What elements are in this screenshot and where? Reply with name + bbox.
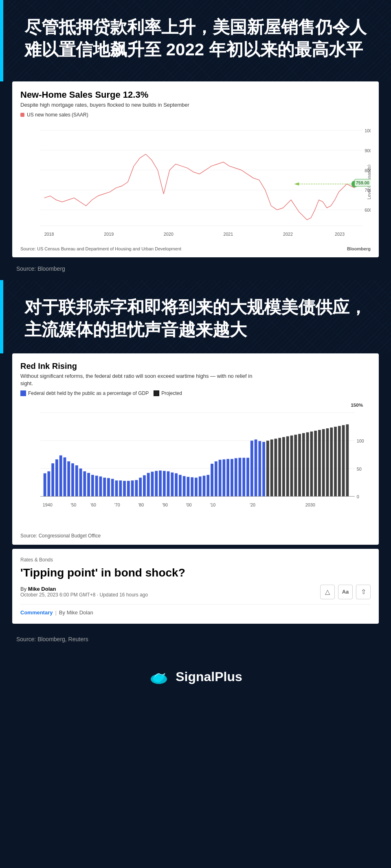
svg-rect-68 [191, 478, 193, 497]
article-tag-commentary: Commentary [20, 609, 53, 616]
svg-text:50: 50 [357, 467, 362, 471]
svg-rect-39 [75, 465, 78, 496]
svg-rect-59 [155, 471, 158, 497]
svg-rect-33 [51, 463, 54, 496]
svg-text:2019: 2019 [104, 232, 114, 237]
line-chart-svg: 1000 900 800 700 600 Level (thousands) 2… [20, 121, 371, 243]
svg-rect-31 [44, 473, 46, 497]
svg-rect-60 [159, 471, 162, 497]
svg-rect-66 [183, 476, 186, 497]
svg-rect-93 [290, 436, 293, 497]
svg-text:'10: '10 [210, 502, 215, 507]
article-author: By Mike Dolan [20, 586, 148, 592]
chart2-title: Red Ink Rising [20, 362, 371, 371]
svg-rect-45 [99, 477, 102, 497]
svg-rect-104 [334, 427, 337, 497]
chart2-subtitle: Without significant reforms, the federal… [20, 373, 265, 387]
svg-rect-102 [326, 428, 329, 496]
svg-rect-74 [215, 462, 217, 497]
svg-text:0: 0 [357, 494, 359, 499]
svg-rect-38 [71, 463, 74, 496]
svg-rect-54 [135, 480, 138, 496]
svg-text:2021: 2021 [223, 232, 233, 237]
svg-text:'70: '70 [114, 502, 120, 507]
article-category: Rates & Bonds [20, 557, 371, 563]
svg-rect-92 [286, 436, 289, 497]
svg-rect-75 [219, 460, 222, 497]
svg-rect-91 [282, 437, 285, 497]
svg-rect-44 [95, 476, 98, 497]
svg-rect-87 [266, 441, 269, 497]
svg-rect-105 [338, 426, 341, 497]
svg-rect-77 [226, 459, 229, 497]
svg-rect-63 [171, 473, 174, 497]
svg-text:'00: '00 [186, 502, 192, 507]
svg-rect-99 [314, 431, 317, 496]
svg-rect-85 [258, 441, 261, 497]
svg-text:'60: '60 [90, 502, 96, 507]
section2-source: Source: Bloomberg, Reuters [0, 632, 391, 651]
svg-rect-79 [235, 458, 237, 497]
new-home-sales-chart: New-Home Sales Surge 12.3% Despite high … [12, 81, 379, 257]
article-date: October 25, 2023 6:00 PM GMT+8 · Updated… [20, 592, 148, 598]
svg-rect-50 [119, 480, 122, 496]
svg-rect-32 [47, 471, 50, 497]
svg-text:'80: '80 [138, 502, 144, 507]
article-tag-author: By Mike Dolan [59, 609, 93, 616]
svg-text:2023: 2023 [335, 232, 345, 237]
svg-rect-95 [298, 434, 301, 496]
chart2-source: Source: Congressional Budget Office [20, 533, 371, 539]
svg-rect-94 [294, 435, 297, 496]
chart1-title: New-Home Sales Surge 12.3% [20, 90, 371, 100]
svg-rect-78 [231, 459, 233, 497]
section2-title: 对于联邦赤字和即将到来的大规模美债供应，主流媒体的担忧声音越来越大 [16, 296, 375, 341]
chart2-legend2: Projected [161, 390, 182, 396]
chart2-legend1: Federal debt held by the public as a per… [28, 390, 149, 396]
signalplus-logo-icon [149, 667, 169, 687]
svg-rect-86 [262, 442, 265, 497]
svg-rect-76 [222, 460, 225, 497]
signalplus-logo-text: SignalPlus [176, 669, 242, 684]
svg-rect-34 [55, 460, 58, 497]
svg-text:1940: 1940 [43, 502, 53, 507]
bookmark-button[interactable]: △ [320, 585, 335, 599]
article-title: 'Tipping point' in bond shock? [20, 566, 371, 580]
svg-rect-46 [103, 478, 106, 497]
svg-text:'90: '90 [162, 502, 168, 507]
svg-text:100: 100 [357, 439, 364, 444]
svg-rect-57 [147, 473, 150, 497]
svg-rect-73 [211, 464, 213, 496]
svg-rect-80 [239, 458, 242, 497]
chart1-source-inner: Source: US Census Bureau and Department … [20, 246, 181, 251]
svg-rect-56 [143, 476, 146, 497]
svg-rect-49 [115, 480, 118, 496]
share-button[interactable]: ⇧ [356, 585, 371, 599]
svg-rect-103 [330, 427, 333, 496]
svg-rect-65 [179, 475, 182, 497]
svg-rect-64 [175, 473, 178, 497]
font-size-button[interactable]: Aa [338, 585, 353, 599]
svg-rect-71 [203, 476, 206, 497]
svg-rect-107 [346, 425, 349, 497]
svg-rect-55 [139, 478, 142, 497]
svg-text:'50: '50 [70, 502, 76, 507]
svg-rect-72 [206, 475, 209, 497]
svg-rect-100 [318, 430, 321, 496]
svg-text:150%: 150% [351, 403, 363, 408]
svg-rect-51 [123, 481, 126, 496]
svg-rect-48 [111, 479, 114, 497]
svg-rect-53 [131, 480, 134, 496]
federal-debt-chart: Red Ink Rising Without significant refor… [12, 353, 379, 545]
chart1-bloomberg: Bloomberg [347, 246, 371, 251]
svg-rect-36 [64, 458, 66, 497]
svg-rect-67 [187, 477, 190, 497]
svg-text:759.00: 759.00 [356, 180, 369, 185]
svg-text:2020: 2020 [164, 232, 174, 237]
svg-rect-37 [67, 462, 70, 497]
svg-text:2022: 2022 [283, 232, 293, 237]
svg-rect-90 [278, 438, 281, 497]
svg-rect-40 [79, 469, 82, 496]
svg-rect-88 [270, 440, 273, 497]
footer: SignalPlus [0, 651, 391, 704]
section1-title: 尽管抵押贷款利率上升，美国新屋销售仍令人难以置信地飙升至 2022 年初以来的最… [16, 16, 375, 61]
